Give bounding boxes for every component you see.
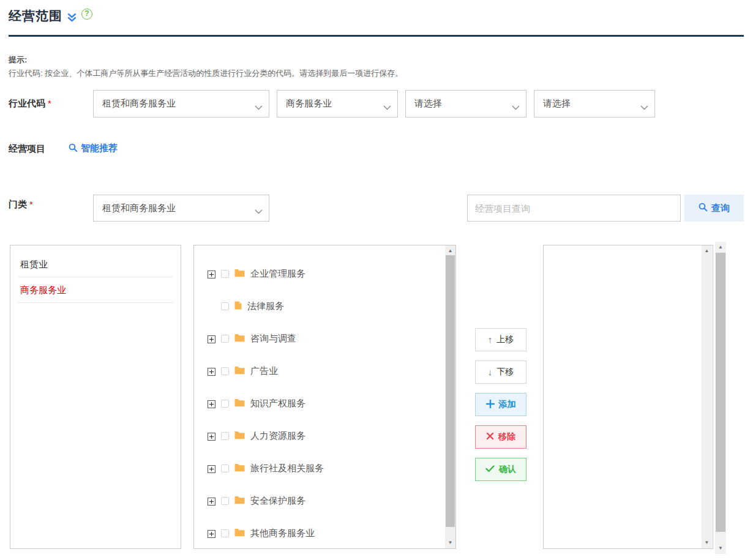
tree-item[interactable]: 其他商务服务业 (208, 517, 455, 550)
scrollbar-thumb[interactable] (446, 255, 455, 527)
check-icon (485, 465, 495, 474)
select-value: 请选择 (414, 98, 442, 110)
tree-item[interactable]: 广告业 (208, 355, 455, 387)
selected-panel-scrollbar[interactable]: ▲ ▼ (702, 245, 712, 548)
required-asterisk: * (29, 199, 33, 209)
move-up-label: 上移 (496, 334, 514, 345)
folder-icon (234, 269, 245, 280)
page-header: 经营范围 ? (9, 7, 92, 24)
expand-icon[interactable] (208, 270, 215, 278)
category-select[interactable]: 租赁和商务服务业 (93, 195, 269, 222)
chevron-down-icon (383, 102, 391, 113)
category-label: 门类* (9, 199, 33, 211)
region-scrollbar[interactable]: ▲ ▼ (715, 242, 726, 554)
tree-item[interactable]: 企业管理服务 (208, 258, 455, 290)
scroll-down-icon[interactable]: ▼ (702, 539, 712, 547)
confirm-label: 确认 (499, 464, 516, 475)
select-value: 租赁和商务服务业 (102, 98, 176, 110)
expand-icon[interactable] (208, 529, 215, 537)
select-value: 请选择 (543, 98, 571, 110)
tree-item-label: 企业管理服务 (250, 268, 305, 280)
scroll-up-icon[interactable]: ▲ (715, 243, 726, 252)
add-button[interactable]: 添加 (475, 393, 526, 416)
search-button-label: 查询 (711, 203, 730, 214)
header-divider (9, 35, 744, 37)
tree-item-label: 人力资源服务 (250, 430, 305, 442)
folder-icon (234, 398, 245, 409)
folder-icon (234, 431, 245, 442)
expand-icon[interactable] (208, 497, 215, 505)
scroll-down-icon[interactable]: ▼ (445, 539, 455, 547)
folder-icon (234, 463, 245, 474)
tree-item[interactable]: 安全保护服务 (208, 485, 455, 517)
tree-item-checkbox[interactable] (221, 367, 229, 375)
expand-icon[interactable] (208, 335, 215, 343)
industry-code-select[interactable]: 请选择 (405, 90, 526, 118)
tree-item-checkbox[interactable] (221, 270, 229, 278)
folder-icon (234, 366, 245, 377)
search-button[interactable]: 查询 (684, 195, 744, 222)
arrow-up-icon: ↑ (488, 334, 493, 345)
expand-icon[interactable] (208, 465, 215, 472)
remove-button[interactable]: 移除 (475, 425, 526, 449)
tree-list: 企业管理服务 法律服务 (208, 258, 455, 550)
smart-recommend-link[interactable]: 智能推荐 (69, 143, 118, 154)
tree-item-label: 旅行社及相关服务 (250, 463, 324, 474)
scroll-up-icon[interactable]: ▲ (702, 247, 712, 255)
industry-code-select[interactable]: 请选择 (534, 90, 655, 118)
industry-code-selects: 租赁和商务服务业 商务服务业 请选择 请选择 (93, 90, 655, 118)
select-value: 商务服务业 (286, 98, 332, 110)
category-list-item[interactable]: 租赁业 (18, 252, 173, 277)
plus-icon (486, 400, 495, 410)
business-item-tree-panel: 企业管理服务 法律服务 (193, 245, 456, 549)
category-list-item[interactable]: 商务服务业 (18, 277, 173, 303)
page-title: 经营范围 (9, 7, 62, 24)
industry-code-label: 行业代码* (9, 98, 51, 110)
tree-item[interactable]: 知识产权服务 (208, 387, 455, 420)
scroll-up-icon[interactable]: ▲ (445, 247, 455, 255)
select-value: 租赁和商务服务业 (102, 203, 176, 214)
question-circle-icon[interactable]: ? (81, 9, 92, 20)
tree-item-label: 安全保护服务 (250, 495, 305, 507)
arrow-down-icon: ↓ (488, 367, 493, 377)
tree-item-checkbox[interactable] (221, 465, 229, 472)
scroll-down-icon[interactable]: ▼ (715, 544, 726, 553)
expand-icon[interactable] (208, 400, 215, 408)
tree-item[interactable]: 咨询与调查 (208, 323, 455, 355)
industry-code-select[interactable]: 商务服务业 (277, 90, 398, 118)
business-item-search-input[interactable] (467, 195, 681, 222)
tree-item-checkbox[interactable] (221, 529, 229, 537)
scrollbar-thumb[interactable] (716, 253, 725, 532)
tree-panel-scrollbar[interactable]: ▲ ▼ (445, 245, 455, 548)
tree-item-checkbox[interactable] (221, 432, 229, 440)
smart-recommend-label: 智能推荐 (81, 143, 118, 154)
tree-item[interactable]: 法律服务 (208, 290, 455, 323)
selected-items-panel (543, 245, 713, 549)
list-item-label: 商务服务业 (20, 285, 66, 295)
tree-item-checkbox[interactable] (221, 302, 229, 310)
double-chevron-down-icon[interactable] (67, 13, 77, 23)
folder-icon (234, 334, 245, 345)
tree-item[interactable]: 旅行社及相关服务 (208, 452, 455, 485)
list-item-label: 租赁业 (20, 259, 48, 269)
category-list-panel: 租赁业 商务服务业 (10, 245, 181, 549)
tree-item[interactable]: 人力资源服务 (208, 420, 455, 452)
add-label: 添加 (499, 399, 516, 410)
move-down-button[interactable]: ↓ 下移 (475, 360, 526, 384)
tree-item-checkbox[interactable] (221, 497, 229, 505)
move-up-button[interactable]: ↑ 上移 (475, 328, 526, 351)
expand-icon[interactable] (208, 367, 215, 375)
confirm-button[interactable]: 确认 (475, 458, 526, 481)
hint-label: 提示: (9, 54, 27, 65)
tree-item-checkbox[interactable] (221, 400, 229, 408)
tree-item-checkbox[interactable] (221, 335, 229, 343)
industry-code-select[interactable]: 租赁和商务服务业 (93, 90, 269, 118)
tree-item-label: 广告业 (250, 365, 278, 377)
search-icon (69, 143, 78, 154)
chevron-down-icon (255, 102, 263, 113)
tree-item-label: 其他商务服务业 (250, 528, 315, 539)
chevron-down-icon (640, 102, 648, 113)
hint-text: 行业代码: 按企业、个体工商户等所从事生产经营活动的性质进行行业分类的代码。请选… (9, 68, 403, 79)
folder-icon (234, 528, 245, 539)
expand-icon[interactable] (208, 432, 215, 440)
